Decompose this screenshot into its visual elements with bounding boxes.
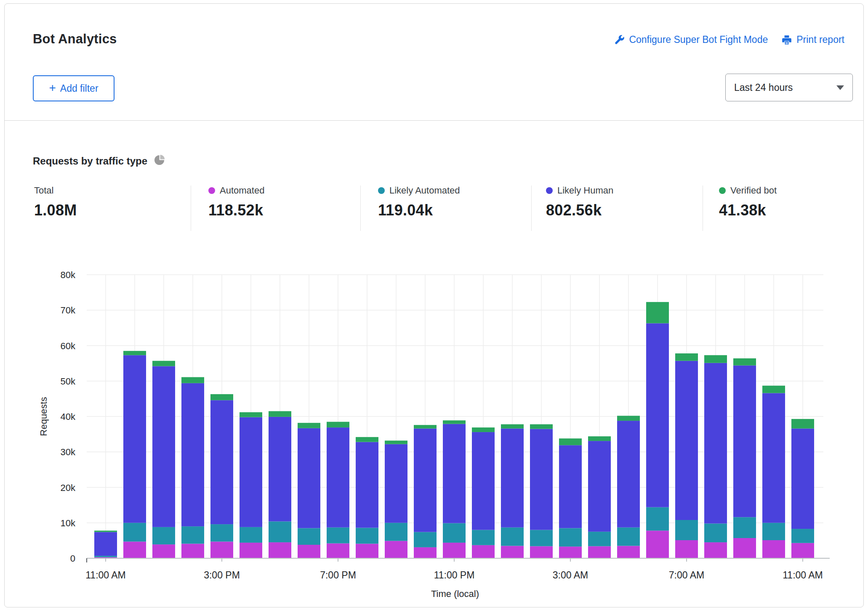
svg-text:3:00 AM: 3:00 AM	[553, 570, 588, 581]
bar-segment	[617, 416, 640, 421]
bar-segment	[530, 429, 553, 530]
stat-likely-automated-label: Likely Automated	[389, 185, 460, 196]
stat-verified-bot-value: 41.38k	[719, 202, 777, 219]
bar-segment	[94, 530, 117, 532]
bar-segment	[443, 543, 466, 558]
bar-segment	[414, 547, 437, 558]
bar-segment	[588, 546, 611, 558]
bar-segment	[443, 420, 466, 424]
bar-segment	[472, 530, 495, 545]
bar-segment	[762, 540, 785, 558]
time-range-select[interactable]: Last 24 hours	[725, 74, 853, 101]
bar-segment	[356, 528, 378, 544]
bar-segment	[733, 358, 756, 366]
bar-segment	[356, 437, 378, 442]
svg-text:11:00 PM: 11:00 PM	[434, 570, 475, 581]
bar-segment	[559, 528, 582, 546]
bar-segment	[269, 542, 291, 558]
svg-text:40k: 40k	[61, 411, 76, 422]
stat-divider	[191, 186, 191, 231]
bar-segment	[385, 541, 407, 558]
bar-segment	[472, 432, 495, 530]
bar-segment	[443, 424, 466, 523]
svg-text:30k: 30k	[61, 447, 76, 457]
svg-text:80k: 80k	[61, 270, 76, 280]
likely-human-legend-dot	[546, 187, 553, 194]
bar-segment	[588, 441, 611, 532]
bar-segment	[675, 520, 698, 540]
bar-segment	[356, 544, 378, 558]
add-filter-button[interactable]: + Add filter	[33, 75, 114, 101]
bar-segment	[210, 400, 233, 524]
bar-segment	[181, 377, 204, 383]
bar-segment	[152, 544, 175, 558]
bar-segment	[501, 528, 524, 546]
svg-text:50k: 50k	[61, 376, 76, 387]
stat-divider	[360, 186, 361, 231]
bar-segment	[240, 527, 262, 543]
bar-segment	[210, 541, 233, 558]
stat-automated-label: Automated	[220, 185, 264, 196]
bar-segment	[240, 412, 262, 417]
bar-segment	[530, 530, 553, 546]
svg-text:Time (local): Time (local)	[431, 589, 479, 599]
bar-segment	[646, 507, 669, 531]
bar-segment	[675, 353, 698, 361]
svg-text:Requests: Requests	[38, 397, 49, 436]
bar-segment	[704, 542, 727, 558]
stat-total: Total 1.08M	[34, 186, 77, 219]
bar-segment	[733, 517, 756, 538]
bar-segment	[240, 543, 262, 558]
bar-segment	[123, 351, 146, 355]
automated-legend-dot	[208, 187, 215, 194]
svg-text:3:00 PM: 3:00 PM	[204, 570, 240, 581]
configure-super-bot-fight-mode-link[interactable]: Configure Super Bot Fight Mode	[614, 34, 768, 45]
stat-verified-bot-label: Verified bot	[730, 185, 777, 196]
bar-segment	[791, 429, 814, 529]
stat-automated-value: 118.52k	[208, 202, 264, 219]
bar-segment	[791, 543, 814, 558]
stat-divider	[703, 186, 703, 231]
plus-icon: +	[49, 82, 56, 94]
bar-segment	[327, 422, 349, 427]
stat-total-value: 1.08M	[34, 202, 77, 219]
bar-segment	[123, 355, 146, 523]
bar-segment	[94, 556, 117, 557]
bar-segment	[181, 544, 204, 558]
stat-likely-human: Likely Human 802.56k	[546, 186, 613, 219]
stat-divider	[531, 186, 532, 231]
bar-segment	[646, 530, 669, 558]
bar-segment	[791, 419, 814, 429]
bar-segment	[733, 538, 756, 558]
print-report-link[interactable]: Print report	[781, 34, 844, 45]
bar-segment	[617, 546, 640, 558]
bar-segment	[646, 323, 669, 507]
bar-segment	[617, 528, 640, 546]
bar-segment	[530, 546, 553, 558]
bar-segment	[385, 444, 407, 523]
bar-segment	[559, 438, 582, 445]
bar-segment	[501, 424, 524, 429]
bar-segment	[472, 545, 495, 558]
printer-icon	[781, 34, 792, 45]
bar-segment	[762, 386, 785, 393]
bar-segment	[210, 524, 233, 541]
bar-segment	[501, 546, 524, 558]
page-title: Bot Analytics	[33, 32, 117, 47]
bar-segment	[152, 366, 175, 527]
print-link-label: Print report	[796, 34, 844, 45]
stat-automated: Automated 118.52k	[208, 186, 264, 219]
bar-segment	[240, 417, 262, 527]
bar-segment	[94, 532, 117, 556]
bar-segment	[414, 429, 437, 532]
bar-segment	[675, 540, 698, 558]
bar-segment	[152, 361, 175, 366]
bar-segment	[327, 427, 349, 528]
bar-segment	[210, 394, 233, 400]
svg-text:70k: 70k	[61, 305, 76, 316]
bar-segment	[298, 428, 320, 528]
stacked-bar-chart: 010k20k30k40k50k60k70k80k11:00 AM3:00 PM…	[5, 239, 863, 605]
bar-segment	[123, 541, 146, 558]
bar-segment	[646, 302, 669, 324]
stat-total-label: Total	[34, 185, 53, 196]
